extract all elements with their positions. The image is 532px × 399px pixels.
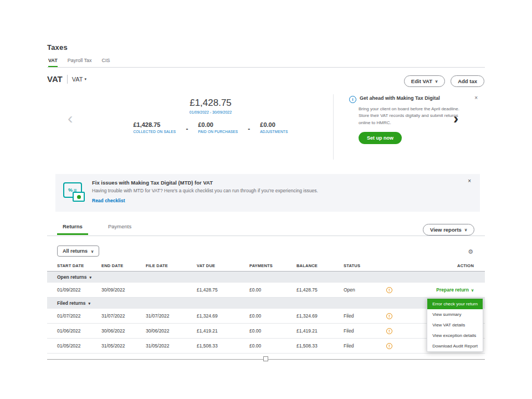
read-checklist-link[interactable]: Read checklist — [92, 198, 125, 203]
vat-section-title: VAT — [47, 74, 63, 84]
tab-cis[interactable]: CIS — [102, 58, 110, 68]
group-row-filed-returns[interactable]: Filed returns ▾ — [47, 298, 485, 309]
header-action: ACTION — [402, 263, 485, 268]
cell-start-date: 01/09/2022 — [57, 287, 101, 293]
stat-value: £0.00 — [260, 121, 288, 128]
tab-returns[interactable]: Returns — [57, 223, 88, 235]
cell-payments: £0.00 — [249, 343, 296, 349]
cell-end-date: 30/06/2022 — [101, 328, 146, 334]
returns-payments-tabs: Returns Payments — [57, 223, 137, 235]
tab-vat[interactable]: VAT — [48, 58, 58, 68]
stat-collected-on-sales: £1,428.75 COLLECTED ON SALES — [133, 121, 176, 134]
percent-glyph: % — [68, 187, 73, 193]
user-dot — [77, 195, 81, 199]
cell-vat-due: £1,419.21 — [197, 328, 249, 334]
main-tabs: VAT Payroll Tax CIS — [48, 58, 110, 68]
tab-payroll-tax[interactable]: Payroll Tax — [68, 58, 92, 68]
menu-item-view-summary[interactable]: View summary — [427, 309, 483, 320]
prepare-return-link[interactable]: Prepare return ∨ — [436, 287, 474, 293]
info-icon: i — [349, 96, 356, 103]
cell-payments: £0.00 — [249, 328, 296, 334]
cell-payments: £0.00 — [249, 287, 296, 293]
carousel-prev-button[interactable]: ‹ — [68, 111, 73, 126]
group-label: Filed returns — [57, 300, 85, 306]
cell-end-date: 31/07/2022 — [101, 313, 146, 319]
cell-start-date: 01/07/2022 — [57, 313, 101, 319]
sub-tabs-divider — [47, 236, 485, 236]
menu-item-download-audit-report[interactable]: Download Audit Report — [427, 341, 483, 351]
menu-item-view-vat-details[interactable]: View VAT details — [427, 320, 483, 330]
tabs-divider — [47, 67, 485, 68]
caret-down-icon: ▾ — [89, 275, 91, 279]
cell-payments: £0.00 — [249, 313, 296, 319]
chevron-down-icon: ∨ — [91, 249, 94, 253]
warning-icon[interactable]: ! — [386, 287, 392, 293]
laptop-user-icon — [73, 192, 85, 202]
cell-status: Filed — [344, 313, 377, 319]
cell-warning: ! — [377, 343, 402, 349]
header-vat-due: VAT DUE — [197, 263, 249, 268]
set-up-now-button[interactable]: Set up now — [359, 132, 402, 144]
chevron-down-icon: ∨ — [435, 79, 438, 83]
page-title: Taxes — [47, 43, 68, 52]
mtd-issues-banner: % ≡ Fix issues with Making Tax Digital (… — [55, 174, 480, 212]
header-balance: BALANCE — [296, 263, 344, 268]
vat-breakdown: £1,428.75 COLLECTED ON SALES - £0.00 PAI… — [100, 121, 321, 134]
cell-warning: ! — [377, 313, 402, 319]
cell-status: Open — [344, 287, 377, 293]
cell-file-date: 31/07/2022 — [146, 313, 197, 319]
returns-table: START DATE END DATE FILE DATE VAT DUE PA… — [47, 260, 485, 354]
view-reports-label: View reports — [430, 227, 462, 233]
group-row-open-returns[interactable]: Open returns ▾ — [47, 272, 485, 283]
stat-adjustments: £0.00 ADJUSTMENTS — [260, 121, 288, 134]
cell-vat-due: £1,508.33 — [197, 343, 249, 349]
menu-item-error-check-your-return[interactable]: Error check your return — [427, 299, 483, 309]
tab-payments[interactable]: Payments — [103, 223, 137, 235]
vat-selector-label: VAT — [72, 76, 83, 83]
vat-header: VAT VAT ▾ — [47, 74, 86, 84]
cell-start-date: 01/06/2022 — [57, 328, 101, 334]
vat-summary: £1,428.75 01/09/2022 - 30/09/2022 £1,428… — [100, 98, 321, 134]
table-row: 01/05/2022 31/05/2022 31/05/2022 £1,508.… — [47, 339, 485, 354]
warning-icon[interactable]: ! — [386, 313, 392, 319]
banner-title: Fix issues with Making Tax Digital (MTD)… — [92, 180, 447, 186]
vertical-divider — [67, 75, 68, 84]
cell-balance: £1,508.33 — [296, 343, 344, 349]
edit-vat-button[interactable]: Edit VAT ∨ — [404, 75, 445, 87]
warning-icon[interactable]: ! — [386, 328, 392, 334]
cell-status: Filed — [344, 343, 377, 349]
table-row: 01/06/2022 30/06/2022 30/06/2022 £1,419.… — [47, 324, 485, 339]
view-reports-button[interactable]: View reports ∨ — [423, 224, 474, 236]
group-label: Open returns — [57, 274, 86, 280]
filter-label: All returns — [63, 248, 88, 254]
minus-icon: - — [186, 125, 188, 133]
resize-handle[interactable] — [263, 356, 268, 361]
close-icon[interactable]: × — [468, 178, 471, 184]
cell-balance: £1,324.69 — [296, 313, 344, 319]
cell-end-date: 31/05/2022 — [101, 343, 146, 349]
header-payments: PAYMENTS — [249, 263, 296, 268]
stat-paid-on-purchases: £0.00 PAID ON PURCHASES — [198, 121, 238, 134]
gear-icon[interactable]: ⚙ — [468, 248, 473, 255]
edit-vat-label: Edit VAT — [411, 78, 432, 84]
warning-icon[interactable]: ! — [386, 343, 392, 349]
stat-value: £1,428.75 — [133, 121, 176, 128]
promo-header: i Get ahead with Making Tax Digital × — [349, 95, 481, 103]
add-tax-button[interactable]: Add tax — [451, 75, 484, 87]
minus-icon: - — [248, 125, 250, 133]
cell-file-date: 30/06/2022 — [146, 328, 197, 334]
cell-balance: £1,428.75 — [296, 287, 344, 293]
close-icon[interactable]: × — [474, 95, 478, 101]
banner-body: Having trouble with MTD for VAT? Here's … — [92, 188, 447, 193]
cell-warning: ! — [377, 287, 402, 293]
vat-agency-selector[interactable]: VAT ▾ — [72, 76, 86, 83]
menu-item-view-exception-details[interactable]: View exception details — [427, 330, 483, 341]
stat-value: £0.00 — [198, 121, 238, 128]
cell-vat-due: £1,324.69 — [197, 313, 249, 319]
cell-vat-due: £1,428.75 — [197, 287, 249, 293]
promo-body: Bring your client on board before the Ap… — [359, 106, 461, 126]
cell-status: Filed — [344, 328, 377, 334]
prepare-return-menu: Error check your return View summary Vie… — [427, 298, 483, 352]
header-end-date: END DATE — [101, 263, 146, 268]
all-returns-filter[interactable]: All returns ∨ — [57, 245, 99, 257]
